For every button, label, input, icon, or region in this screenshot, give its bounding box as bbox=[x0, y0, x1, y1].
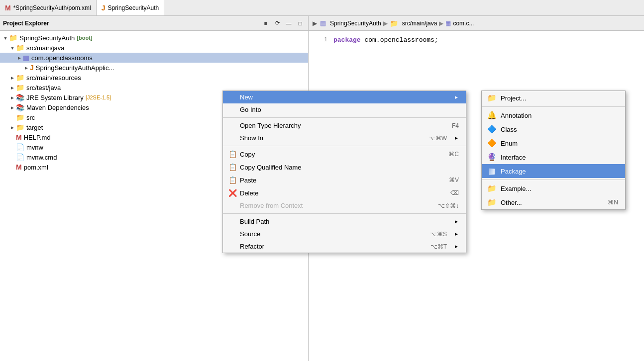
package-name: com.openclassrooms; bbox=[364, 36, 438, 44]
panel-icons: ≡ ⟳ — □ bbox=[261, 18, 305, 28]
tree-arrow-app: ► bbox=[23, 65, 30, 71]
panel-title: Project Explorer bbox=[3, 20, 258, 27]
sub-class-label: Class bbox=[501, 126, 618, 133]
tree-arrow-jre: ► bbox=[9, 95, 16, 100]
file-icon-mvnw-cmd: 📄 bbox=[16, 153, 24, 161]
tree-item-app[interactable]: ► J SpringSecurityAuthApplic... bbox=[0, 63, 308, 73]
ctx-copy-shortcut: ⌘C bbox=[448, 151, 459, 158]
tab-pom-xml[interactable]: M *SpringSecurityAuth/pom.xml bbox=[0, 0, 97, 15]
sync-btn[interactable]: ⟳ bbox=[272, 18, 282, 28]
breadcrumb: ▦ SpringSecurityAuth ▶ 📁 src/main/java ▶… bbox=[320, 19, 474, 27]
sub-item-annotation[interactable]: 🔔 Annotation bbox=[482, 108, 625, 122]
sub-class-icon: 🔷 bbox=[487, 125, 497, 134]
collapse-btn[interactable]: ≡ bbox=[261, 18, 271, 28]
tree-arrow-mvnw-cmd bbox=[9, 155, 16, 160]
tree-item-src-main-res[interactable]: ► 📁 src/main/resources bbox=[0, 73, 308, 83]
boot-badge: [boot] bbox=[77, 35, 92, 41]
ctx-ref-label: Refactor bbox=[240, 243, 418, 250]
tree-arrow-maven: ► bbox=[9, 105, 16, 110]
maximize-btn[interactable]: □ bbox=[295, 18, 305, 28]
ctx-item-source[interactable]: Source ⌥⌘S ► bbox=[223, 228, 466, 240]
panel-header: Project Explorer ≡ ⟳ — □ bbox=[0, 16, 308, 31]
sub-sep-2 bbox=[482, 180, 625, 180]
sub-item-project[interactable]: 📁 Project... bbox=[482, 91, 625, 105]
bc-src-main: src/main/java bbox=[402, 20, 437, 27]
ctx-del-label: Delete bbox=[240, 189, 437, 197]
package-icon-com: ▦ bbox=[23, 54, 29, 62]
ctx-item-build-path[interactable]: Build Path ► bbox=[223, 215, 466, 228]
sub-enum-icon: 🔶 bbox=[487, 139, 497, 148]
pom-tab-icon: M bbox=[5, 4, 11, 12]
ctx-sep-2 bbox=[223, 146, 466, 146]
folder-icon-root: 📁 bbox=[9, 34, 17, 42]
sub-project-label: Project... bbox=[501, 94, 618, 102]
file-icon-mvnw: 📄 bbox=[16, 143, 24, 151]
tree-item-root[interactable]: ▼ 📁 SpringSecurityAuth [boot] bbox=[0, 33, 308, 43]
spring-tab-icon: J bbox=[102, 4, 106, 12]
ctx-item-delete[interactable]: ❌ Delete ⌫ bbox=[223, 186, 466, 199]
sub-interface-label: Interface bbox=[501, 154, 618, 161]
editor-breadcrumb-bar: ▶ ▦ SpringSecurityAuth ▶ 📁 src/main/java… bbox=[309, 16, 644, 31]
tree-arrow-src-main-res: ► bbox=[9, 75, 16, 81]
ctx-new-label: New bbox=[240, 93, 447, 101]
tree-label-pom: pom.xml bbox=[24, 164, 48, 171]
tree-label-app: SpringSecurityAuthApplic... bbox=[36, 64, 114, 72]
ctx-item-new[interactable]: New ► bbox=[223, 91, 466, 103]
tree-arrow-root: ▼ bbox=[2, 35, 9, 41]
tree-label-com: com.openclassrooms bbox=[31, 54, 93, 62]
lib-icon-maven: 📚 bbox=[16, 103, 24, 111]
sub-item-enum[interactable]: 🔶 Enum bbox=[482, 136, 625, 150]
ctx-bp-arrow: ► bbox=[454, 219, 459, 224]
tree-arrow-src-test: ► bbox=[9, 85, 16, 90]
bc-pkg-icon: ▦ bbox=[445, 20, 451, 27]
ctx-src-arrow: ► bbox=[454, 231, 459, 237]
tab-spring-auth[interactable]: J SpringSecurityAuth bbox=[97, 0, 165, 15]
tree-item-src-main-java[interactable]: ▼ 📁 src/main/java bbox=[0, 43, 308, 53]
ctx-oth-shortcut: F4 bbox=[452, 122, 459, 129]
tree-arrow-help bbox=[9, 135, 16, 140]
tree-label-maven: Maven Dependencies bbox=[26, 104, 89, 111]
ctx-item-copy-qualified[interactable]: 📋 Copy Qualified Name bbox=[223, 161, 466, 174]
sub-annotation-label: Annotation bbox=[501, 112, 618, 119]
bc-maven-icon: ▦ bbox=[320, 19, 326, 27]
ctx-item-go-into[interactable]: Go Into bbox=[223, 103, 466, 116]
pom-tab-label: *SpringSecurityAuth/pom.xml bbox=[13, 4, 91, 11]
tree-label-src-main: src/main/java bbox=[26, 44, 65, 52]
sub-enum-label: Enum bbox=[501, 140, 618, 147]
ctx-item-open-type[interactable]: Open Type Hierarchy F4 bbox=[223, 119, 466, 132]
tree-arrow-src-main: ▼ bbox=[9, 45, 16, 51]
sub-item-package[interactable]: ▦ Package bbox=[482, 164, 625, 178]
sub-project-icon: 📁 bbox=[487, 93, 497, 102]
ctx-item-copy[interactable]: 📋 Copy ⌘C bbox=[223, 148, 466, 161]
sub-item-example[interactable]: 📁 Example... bbox=[482, 181, 625, 195]
sub-other-icon: 📁 bbox=[487, 198, 497, 207]
ctx-item-refactor[interactable]: Refactor ⌥⌘T ► bbox=[223, 240, 466, 253]
ctx-oth-label: Open Type Hierarchy bbox=[240, 122, 439, 129]
tree-item-com-openclassrooms[interactable]: ► ▦ com.openclassrooms bbox=[0, 53, 308, 63]
folder-icon-target: 📁 bbox=[16, 123, 24, 131]
ctx-paste-shortcut: ⌘V bbox=[449, 177, 459, 183]
sub-other-label: Other... bbox=[501, 199, 604, 206]
ctx-copy-label: Copy bbox=[240, 151, 435, 158]
ctx-si-label: Show In bbox=[240, 134, 416, 142]
ctx-bp-label: Build Path bbox=[240, 218, 447, 225]
ctx-si-shortcut: ⌥⌘W bbox=[429, 135, 447, 142]
tree-label-jre: JRE System Library bbox=[26, 94, 84, 101]
minimize-btn[interactable]: — bbox=[284, 18, 294, 28]
ctx-si-arrow: ► bbox=[454, 135, 459, 141]
ctx-sep-3 bbox=[223, 213, 466, 214]
sub-item-interface[interactable]: 🔮 Interface bbox=[482, 150, 625, 164]
ctx-ref-shortcut: ⌥⌘T bbox=[430, 243, 447, 250]
sub-item-class[interactable]: 🔷 Class bbox=[482, 122, 625, 136]
ctx-del-shortcut: ⌫ bbox=[450, 189, 459, 196]
sub-interface-icon: 🔮 bbox=[487, 153, 497, 162]
ctx-ref-arrow: ► bbox=[454, 244, 459, 249]
ctx-item-remove-ctx: Remove from Context ⌥⇧⌘↓ bbox=[223, 199, 466, 212]
sub-package-icon: ▦ bbox=[487, 167, 497, 176]
ctx-del-icon: ❌ bbox=[228, 189, 237, 197]
ctx-item-show-in[interactable]: Show In ⌥⌘W ► bbox=[223, 132, 466, 144]
sub-item-other[interactable]: 📁 Other... ⌘N bbox=[482, 195, 625, 209]
editor-play-btn[interactable]: ▶ bbox=[313, 20, 317, 27]
ctx-go-label: Go Into bbox=[240, 106, 459, 113]
ctx-item-paste[interactable]: 📋 Paste ⌘V bbox=[223, 174, 466, 186]
